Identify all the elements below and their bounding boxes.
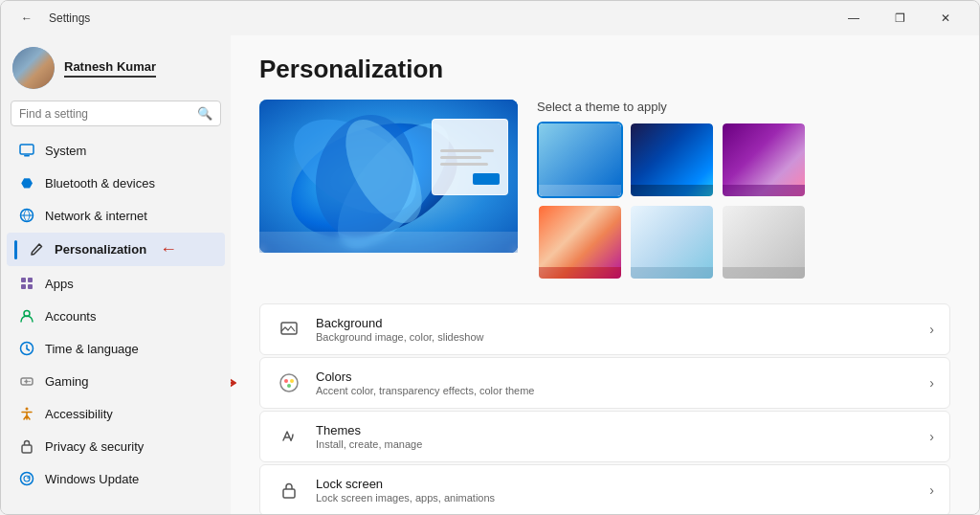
search-box[interactable]: 🔍 <box>11 101 221 126</box>
sidebar-item-update-label: Windows Update <box>45 472 139 486</box>
colors-text: Colors Accent color, transparency effect… <box>316 369 916 396</box>
preview-dialog <box>432 119 508 195</box>
svg-point-12 <box>26 408 29 411</box>
theme-thumb-5[interactable] <box>629 204 715 280</box>
maximize-button[interactable]: ❐ <box>878 4 922 33</box>
avatar-image <box>12 47 55 89</box>
content-area: Personalization <box>231 35 979 514</box>
settings-item-themes[interactable]: Themes Install, create, manage › <box>259 411 950 462</box>
sidebar-item-time[interactable]: Time & language <box>7 333 225 364</box>
theme-thumb-6[interactable] <box>721 204 807 280</box>
minimize-button[interactable]: — <box>832 4 876 33</box>
gaming-icon <box>18 372 35 390</box>
theme-4-inner <box>539 206 621 279</box>
privacy-icon <box>18 437 35 455</box>
personalization-arrow: ← <box>160 239 177 259</box>
settings-item-lockscreen[interactable]: Lock screen Lock screen images, apps, an… <box>259 464 950 514</box>
theme-6-taskbar <box>723 267 805 279</box>
search-input[interactable] <box>19 107 191 121</box>
theme-thumb-3[interactable] <box>721 122 807 198</box>
theme-1-taskbar <box>539 185 621 196</box>
dialog-line-2 <box>440 156 481 159</box>
sidebar-item-privacy[interactable]: Privacy & security <box>7 431 225 461</box>
theme-2-inner <box>631 123 713 196</box>
svg-rect-26 <box>283 489 295 498</box>
network-icon <box>18 207 35 224</box>
window-controls: — ❐ ✕ <box>832 4 968 33</box>
preview-wallpaper <box>259 100 518 253</box>
theme-thumb-2[interactable] <box>629 122 715 198</box>
colors-icon <box>276 369 302 396</box>
themes-text: Themes Install, create, manage <box>316 423 916 450</box>
theme-thumb-4[interactable] <box>537 204 623 280</box>
back-button[interactable]: ← <box>12 4 41 33</box>
sidebar-item-bluetooth-label: Bluetooth & devices <box>45 176 155 190</box>
svg-rect-5 <box>28 278 33 282</box>
sidebar-item-time-label: Time & language <box>45 342 139 356</box>
settings-item-background[interactable]: Background Background image, color, slid… <box>259 303 950 355</box>
sidebar-item-apps[interactable]: Apps <box>7 268 225 299</box>
lockscreen-chevron: › <box>929 482 934 498</box>
window-title: Settings <box>49 11 90 25</box>
settings-item-colors[interactable]: Colors Accent color, transparency effect… <box>259 357 950 409</box>
svg-rect-6 <box>21 284 26 289</box>
apps-icon <box>18 275 35 292</box>
svg-rect-7 <box>28 284 33 289</box>
dialog-line-3 <box>440 163 488 166</box>
accessibility-icon <box>18 405 35 422</box>
sidebar-item-bluetooth[interactable]: ⬣ Bluetooth & devices <box>7 168 225 198</box>
theme-section: Select a theme to apply <box>259 100 950 280</box>
sidebar-item-network-label: Network & internet <box>45 209 147 223</box>
arrow-svg <box>231 371 250 394</box>
sidebar-item-update[interactable]: Windows Update <box>7 463 225 494</box>
theme-5-inner <box>631 206 713 279</box>
theme-5-taskbar <box>631 267 713 279</box>
sidebar-item-accounts-label: Accounts <box>45 309 96 324</box>
settings-window: ← Settings — ❐ ✕ Ratnesh Kumar <box>0 0 980 515</box>
main-content: Ratnesh Kumar 🔍 System ⬣ Bluetooth & dev… <box>1 35 979 514</box>
lockscreen-text: Lock screen Lock screen images, apps, an… <box>316 477 916 504</box>
sidebar-item-personalization[interactable]: Personalization ← <box>7 233 225 266</box>
bluetooth-icon: ⬣ <box>18 174 35 191</box>
theme-thumb-1[interactable] <box>537 122 623 198</box>
sidebar-item-accounts[interactable]: Accounts <box>7 301 225 331</box>
accounts-icon <box>18 307 35 325</box>
sidebar-item-accessibility-label: Accessibility <box>45 407 113 421</box>
colors-chevron: › <box>929 375 934 391</box>
theme-4-taskbar <box>539 267 621 279</box>
sidebar-item-system-label: System <box>45 144 86 158</box>
colors-desc: Accent color, transparency effects, colo… <box>316 385 916 396</box>
svg-rect-1 <box>24 155 30 157</box>
svg-point-23 <box>284 379 288 383</box>
sidebar-item-accessibility[interactable]: Accessibility <box>7 398 225 429</box>
background-chevron: › <box>929 322 934 337</box>
sidebar: Ratnesh Kumar 🔍 System ⬣ Bluetooth & dev… <box>1 35 231 514</box>
page-title: Personalization <box>259 55 950 84</box>
svg-point-11 <box>29 381 31 383</box>
preview-taskbar <box>259 232 518 253</box>
svg-rect-13 <box>22 445 32 453</box>
sidebar-item-gaming-label: Gaming <box>45 374 89 389</box>
lockscreen-desc: Lock screen images, apps, animations <box>316 492 916 504</box>
sidebar-item-gaming[interactable]: Gaming <box>7 366 225 396</box>
svg-point-22 <box>280 374 298 392</box>
update-icon <box>18 470 35 487</box>
background-title: Background <box>316 316 916 330</box>
svg-point-24 <box>290 379 294 383</box>
sidebar-item-personalization-label: Personalization <box>55 242 146 257</box>
wallpaper-preview <box>259 100 518 253</box>
themes-desc: Install, create, manage <box>316 438 916 450</box>
sidebar-item-system[interactable]: System <box>7 135 225 166</box>
svg-point-14 <box>21 473 33 485</box>
colors-row-wrapper: Colors Accent color, transparency effect… <box>259 357 950 409</box>
theme-2-taskbar <box>631 185 713 196</box>
svg-rect-4 <box>21 278 26 282</box>
close-button[interactable]: ✕ <box>924 4 968 33</box>
time-icon <box>18 340 35 357</box>
sidebar-item-network[interactable]: Network & internet <box>7 200 225 231</box>
system-icon <box>18 142 35 159</box>
user-section[interactable]: Ratnesh Kumar <box>1 39 231 101</box>
theme-3-taskbar <box>723 185 805 196</box>
colors-title: Colors <box>316 369 916 384</box>
themes-title: Themes <box>316 423 916 437</box>
